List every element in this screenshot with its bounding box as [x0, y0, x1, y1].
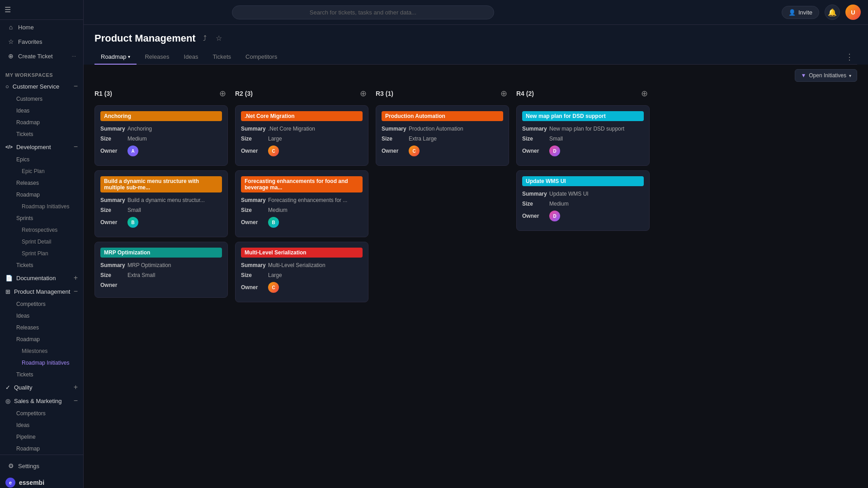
card-header-update-wms-ui: Update WMS UI: [522, 176, 644, 186]
product-management-collapse[interactable]: −: [74, 287, 78, 296]
sidebar-item-pm-milestones[interactable]: Milestones: [2, 346, 81, 357]
card-owner-label-new-map-plan: Owner: [522, 148, 549, 154]
sidebar-item-pm-roadmap[interactable]: Roadmap: [2, 334, 81, 345]
column-r4: R4 (2)⊕New map plan for DSD supportSumma…: [516, 86, 650, 477]
sidebar-item-dev-sprints[interactable]: Sprints: [2, 213, 81, 224]
tabs-more-button[interactable]: ⋮: [842, 50, 857, 64]
development-label: Development: [16, 144, 51, 150]
card-header-net-core-migration: .Net Core Migration: [241, 111, 363, 121]
hamburger-icon[interactable]: ☰: [5, 5, 11, 14]
sidebar-item-settings[interactable]: ⚙ Settings: [2, 459, 81, 473]
column-add-r4[interactable]: ⊕: [639, 88, 650, 99]
tab-roadmap-chevron[interactable]: ▾: [128, 54, 130, 59]
card-size-row-forecasting: SizeMedium: [241, 207, 363, 213]
card-owner-row-mrp-optimization: Owner: [100, 282, 222, 288]
sidebar-item-cs-roadmap[interactable]: Roadmap: [2, 117, 81, 128]
sales-marketing-collapse[interactable]: −: [74, 397, 78, 405]
logo-icon: e: [5, 478, 15, 488]
workspace-development[interactable]: </> Development −: [0, 140, 83, 154]
sidebar-item-dev-roadmap-initiatives[interactable]: Roadmap Initiatives: [2, 201, 81, 212]
invite-button[interactable]: 👤 Invite: [782, 6, 819, 19]
favorite-icon[interactable]: ☆: [214, 32, 224, 44]
development-icon: </>: [5, 144, 13, 150]
sidebar-item-cs-tickets[interactable]: Tickets: [2, 129, 81, 140]
sidebar-item-home[interactable]: ⌂ Home: [2, 20, 81, 34]
sidebar-item-pm-releases[interactable]: Releases: [2, 322, 81, 333]
card-owner-avatar-anchoring[interactable]: A: [127, 145, 138, 156]
sidebar-item-dev-sprint-detail[interactable]: Sprint Detail: [2, 236, 81, 247]
tab-ideas[interactable]: Ideas: [178, 50, 205, 65]
card-multi-level-serialization[interactable]: Multi-Level SerializationSummaryMulti-Le…: [235, 242, 368, 302]
workspace-sales-marketing[interactable]: ◎ Sales & Marketing −: [0, 394, 83, 408]
sidebar-item-dev-epic-plan[interactable]: Epic Plan: [2, 166, 81, 177]
sidebar-top: ☰: [0, 0, 83, 20]
quality-add[interactable]: +: [74, 383, 78, 391]
open-initiatives-filter[interactable]: ▼ Open Initiatives ▾: [795, 69, 857, 82]
sidebar-item-favorites[interactable]: ☆ Favorites: [2, 35, 81, 48]
card-new-map-plan[interactable]: New map plan for DSD supportSummaryNew m…: [516, 105, 650, 166]
development-collapse[interactable]: −: [74, 143, 78, 151]
sidebar-item-sm-pipeline[interactable]: Pipeline: [2, 432, 81, 442]
column-add-r2[interactable]: ⊕: [358, 88, 368, 99]
tab-competitors[interactable]: Competitors: [239, 50, 283, 65]
workspace-quality[interactable]: ✓ Quality +: [0, 380, 83, 394]
card-owner-avatar-forecasting[interactable]: B: [268, 217, 279, 228]
sidebar-item-pm-tickets[interactable]: Tickets: [2, 369, 81, 380]
notifications-button[interactable]: 🔔: [825, 5, 840, 20]
sidebar-item-dev-releases[interactable]: Releases: [2, 178, 81, 188]
product-management-label: Product Management: [14, 288, 70, 295]
search-bar[interactable]: Search for tickets, tasks and other data…: [232, 5, 494, 19]
card-net-core-migration[interactable]: .Net Core MigrationSummary.Net Core Migr…: [235, 105, 368, 166]
sidebar-item-pm-ideas[interactable]: Ideas: [2, 310, 81, 321]
create-ticket-more[interactable]: ···: [72, 53, 76, 59]
column-header-r3: R3 (1)⊕: [376, 86, 509, 101]
card-dynamic-menu[interactable]: Build a dynamic menu structure with mult…: [94, 170, 228, 237]
workspace-customer-service[interactable]: ○ Customer Service −: [0, 80, 83, 93]
card-owner-avatar-multi-level-serialization[interactable]: C: [268, 282, 279, 293]
card-production-automation[interactable]: Production AutomationSummaryProduction A…: [376, 105, 509, 166]
sidebar-item-sm-competitors[interactable]: Competitors: [2, 408, 81, 419]
card-owner-row-anchoring: OwnerA: [100, 145, 222, 156]
sidebar-item-sm-ideas[interactable]: Ideas: [2, 420, 81, 431]
card-mrp-optimization[interactable]: MRP OptimizationSummaryMRP OptimizationS…: [94, 242, 228, 298]
card-owner-avatar-dynamic-menu[interactable]: B: [127, 217, 138, 228]
card-size-value-anchoring: Medium: [127, 136, 222, 142]
user-avatar-button[interactable]: U: [845, 5, 861, 20]
card-owner-avatar-new-map-plan[interactable]: D: [549, 145, 560, 156]
card-owner-avatar-production-automation[interactable]: C: [409, 145, 420, 156]
roadmap-columns: R1 (3)⊕AnchoringSummaryAnchoringSizeMedi…: [84, 86, 868, 488]
tab-tickets[interactable]: Tickets: [206, 50, 237, 65]
sidebar-item-dev-roadmap[interactable]: Roadmap: [2, 189, 81, 200]
sidebar-item-dev-epics[interactable]: Epics: [2, 154, 81, 165]
sidebar-item-pm-competitors[interactable]: Competitors: [2, 299, 81, 310]
sidebar-item-dev-retrospectives[interactable]: Retrospectives: [2, 225, 81, 235]
card-size-label-net-core-migration: Size: [241, 136, 268, 142]
share-icon[interactable]: ⤴: [201, 33, 208, 44]
card-size-row-anchoring: SizeMedium: [100, 136, 222, 142]
card-anchoring[interactable]: AnchoringSummaryAnchoringSizeMediumOwner…: [94, 105, 228, 166]
tab-releases[interactable]: Releases: [138, 50, 175, 65]
card-update-wms-ui[interactable]: Update WMS UISummaryUpdate WMS UISizeMed…: [516, 170, 650, 231]
card-owner-avatar-net-core-migration[interactable]: C: [268, 145, 279, 156]
page-title: Product Management: [94, 33, 196, 44]
card-summary-value-new-map-plan: New map plan for DSD support: [549, 126, 644, 132]
sidebar-item-dev-tickets[interactable]: Tickets: [2, 260, 81, 271]
column-add-r3[interactable]: ⊕: [498, 88, 509, 99]
sidebar-item-dev-sprint-plan[interactable]: Sprint Plan: [2, 248, 81, 259]
sidebar-item-create-ticket[interactable]: ⊕ Create Ticket ···: [2, 49, 81, 63]
card-owner-avatar-update-wms-ui[interactable]: D: [549, 211, 560, 221]
column-add-r1[interactable]: ⊕: [217, 88, 228, 99]
workspace-documentation[interactable]: 📄 Documentation +: [0, 271, 83, 285]
logo-area[interactable]: e essembi: [0, 473, 83, 488]
sidebar-item-sm-roadmap[interactable]: Roadmap: [2, 443, 81, 454]
sidebar-item-cs-customers[interactable]: Customers: [2, 94, 81, 104]
tab-roadmap[interactable]: Roadmap ▾: [94, 50, 137, 65]
documentation-add[interactable]: +: [74, 274, 78, 282]
workspace-product-management[interactable]: ⊞ Product Management −: [0, 285, 83, 298]
customer-service-collapse[interactable]: −: [74, 82, 78, 90]
card-size-value-production-automation: Extra Large: [409, 136, 503, 142]
sidebar-item-cs-ideas[interactable]: Ideas: [2, 105, 81, 116]
card-size-row-update-wms-ui: SizeMedium: [522, 201, 644, 207]
card-forecasting[interactable]: Forecasting enhancements for food and be…: [235, 170, 368, 237]
sidebar-item-pm-roadmap-initiatives[interactable]: Roadmap Initiatives: [2, 357, 81, 368]
